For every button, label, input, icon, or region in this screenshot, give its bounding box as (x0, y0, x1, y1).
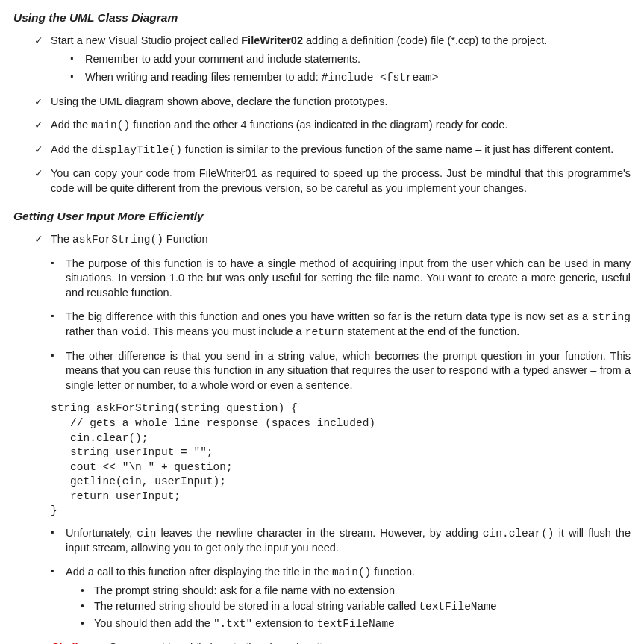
dot-3-t1: You should then add the (94, 617, 213, 629)
s2-b5-dots: The prompt string should: ask for a file… (66, 584, 631, 632)
s1-item-4-post: function is similar to the previous func… (182, 143, 613, 155)
s1-item-1-sub-1: Remember to add your comment and include… (70, 52, 631, 67)
main-fn-code: main() (91, 119, 130, 131)
txt-ext-code: ".txt" (213, 618, 252, 630)
askforstring-codeblock: string askForString(string question) { /… (51, 401, 631, 519)
section2-list: The askForString() Function The purpose … (13, 232, 631, 644)
void-type-code: void (121, 326, 147, 338)
include-fstream-code: #include <fstream> (322, 72, 439, 84)
cin-code: cin (137, 528, 156, 540)
s2-b2-t4: statement at the end of the function. (344, 325, 519, 337)
s2-b2-t2: rather than (66, 325, 121, 337)
s1-item-4: Add the displayTitle() function is simil… (34, 143, 631, 158)
return-code: return (305, 326, 344, 338)
s2-intro-post: Function (163, 233, 208, 245)
cin-clear-code: cin.clear() (483, 528, 554, 540)
dot-3-t2: extension to (252, 617, 316, 629)
s1-item-1: Start a new Visual Studio project called… (34, 34, 631, 86)
dot-3: You should then add the ".txt" extension… (81, 616, 631, 632)
dot-1: The prompt string should: ask for a file… (81, 584, 631, 598)
s2-b5-t1: Add a call to this function after displa… (66, 566, 332, 578)
s2-b4-t1: Unfortunately, (66, 527, 137, 539)
displaytitle-code: displayTitle() (91, 144, 182, 156)
s1-item-2: Using the UML diagram shown above, decla… (34, 95, 631, 110)
s1-item-5: You can copy your code from FileWriter01… (34, 166, 631, 196)
s1-item-3-pre: Add the (51, 119, 91, 131)
string-type-code: string (592, 311, 631, 323)
s1-item-3: Add the main() function and the other 4 … (34, 118, 631, 134)
s2-b5: Add a call to this function after displa… (51, 565, 631, 631)
s2-bullets: The purpose of this function is to have … (51, 257, 631, 631)
s1-item-4-pre: Add the (51, 143, 91, 155)
s2-b2-t1: The big difference with this function an… (66, 310, 592, 322)
s2-b4-t2: leaves the newline character in the stre… (156, 527, 482, 539)
s1-item-1-subs: Remember to add your comment and include… (51, 52, 631, 85)
section2-heading: Getting User Input More Efficiently (13, 209, 631, 225)
section1-heading: Using the UML Class Diagram (13, 10, 631, 26)
s1-item-1-sub-2: When writing and reading files remember … (70, 70, 631, 86)
s2-b5-t2: function. (371, 566, 415, 578)
s2-b2: The big difference with this function an… (51, 310, 631, 340)
s1-item-1-sub-2-pre: When writing and reading files remember … (85, 71, 322, 83)
s1-item-1-post: adding a definition (code) file (*.ccp) … (303, 34, 547, 46)
textfilename-code-2: textFileName (316, 618, 394, 630)
s2-b4: Unfortunately, cin leaves the newline ch… (51, 526, 631, 556)
challenge-label: Challenge: (51, 641, 106, 644)
challenge-item: Challenge: Can you add a while loop to t… (34, 640, 631, 644)
dot-2-t1: The returned string should be stored in … (94, 600, 419, 612)
section1-list: Start a new Visual Studio project called… (13, 34, 631, 196)
s2-b1: The purpose of this function is to have … (51, 257, 631, 301)
dot-2: The returned string should be stored in … (81, 599, 631, 615)
main-code-2: main() (332, 566, 371, 578)
s2-b3: The other difference is that you send in… (51, 349, 631, 393)
s2-b2-t3: . This means you must include a (147, 325, 305, 337)
textfilename-code: textFileName (419, 601, 496, 613)
s1-item-3-post: function and the other 4 functions (as i… (130, 119, 507, 131)
s2-intro: The askForString() Function The purpose … (34, 232, 631, 631)
askforstring-code: askForString() (72, 234, 163, 246)
s1-item-1-pre: Start a new Visual Studio project called (51, 34, 241, 46)
challenge-text: Can you add a while loop to the above fu… (106, 641, 334, 644)
s1-item-1-bold: FileWriter02 (241, 34, 303, 46)
s2-intro-pre: The (51, 233, 72, 245)
